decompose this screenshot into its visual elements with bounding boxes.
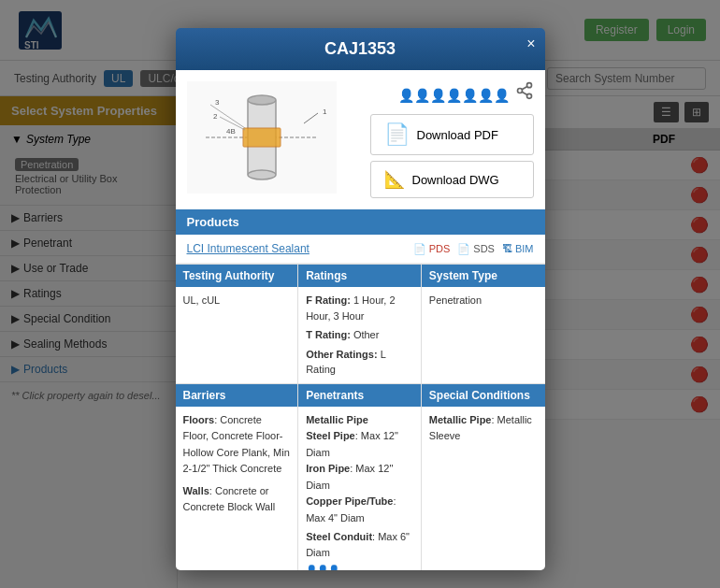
ratings-col: Ratings F Rating: 1 Hour, 2 Hour, 3 Hour… [298, 265, 422, 383]
svg-point-16 [517, 89, 522, 93]
svg-point-15 [526, 83, 531, 88]
sds-link[interactable]: 📄 SDS [457, 243, 495, 255]
modal-title: CAJ1353 [324, 39, 396, 58]
special-conditions-col: Special Conditions Metallic Pipe: Metall… [422, 384, 545, 571]
svg-text:1: 1 [323, 108, 327, 116]
floors-label: Floors [183, 414, 215, 425]
svg-text:2: 2 [213, 112, 218, 121]
system-type-col: System Type Penetration [422, 265, 545, 383]
modal-header: CAJ1353 × [176, 28, 545, 70]
special-conditions-col-header: Special Conditions [422, 384, 545, 407]
svg-line-19 [522, 86, 527, 89]
system-type-col-header: System Type [422, 265, 545, 287]
penetrants-col-header: Penetrants [298, 384, 421, 407]
ratings-col-header: Ratings [298, 265, 421, 287]
dwg-button-icon: 📐 [384, 169, 405, 190]
svg-text:3: 3 [215, 98, 220, 107]
lower-grid: Barriers Floors: Concrete Floor, Concret… [176, 383, 545, 571]
walls-label: Walls [183, 485, 209, 496]
svg-point-17 [526, 93, 531, 98]
barriers-col-body: Floors: Concrete Floor, Concrete Floor-H… [176, 407, 298, 523]
pdf-small-icon: 📄 [413, 243, 426, 255]
modal-overlay: CAJ1353 × 3 2 [0, 0, 720, 588]
testing-authority-col-header: Testing Authority [176, 265, 298, 287]
system-type-col-body: Penetration [422, 287, 545, 314]
f-rating-label: F Rating: [306, 294, 351, 306]
modal-close-button[interactable]: × [526, 36, 535, 52]
download-dwg-button[interactable]: 📐 Download DWG [370, 161, 534, 198]
share-button[interactable] [515, 81, 534, 105]
download-pdf-button[interactable]: 📄 Download PDF [370, 114, 534, 155]
download-dwg-label: Download DWG [412, 173, 499, 187]
other-ratings-label: Other Ratings: [306, 349, 377, 360]
svg-point-5 [248, 95, 276, 105]
pdf-button-icon: 📄 [384, 122, 410, 147]
steel-conduit-label: Steel Conduit [306, 531, 372, 542]
t-rating-value: Other [353, 329, 380, 340]
bim-icon: 🏗 [502, 243, 512, 254]
details-grid: Testing Authority UL, cUL Ratings F Rati… [176, 264, 545, 383]
modal-top: 3 2 4B 1 👤👤👤👤👤👤👤 [176, 70, 545, 209]
modal-actions: 👤👤👤👤👤👤👤 📄 Download PDF [346, 81, 534, 198]
metallic-pipe-sc-label: Metallic Pipe [429, 414, 492, 425]
iron-pipe-label: Iron Pipe [306, 463, 350, 474]
product-name[interactable]: LCI Intumescent Sealant [187, 242, 406, 255]
modal-dialog: CAJ1353 × 3 2 [176, 28, 545, 570]
barriers-col-header: Barriers [176, 384, 298, 407]
bim-link[interactable]: 🏗 BIM [502, 243, 534, 254]
testing-authority-col-body: UL, cUL [176, 287, 298, 314]
svg-rect-7 [243, 128, 281, 147]
ratings-col-body: F Rating: 1 Hour, 2 Hour, 3 Hour T Ratin… [298, 287, 421, 383]
special-conditions-col-body: Metallic Pipe: Metallic Sleeve [422, 407, 545, 451]
svg-text:4B: 4B [226, 127, 236, 136]
modal-products-header: Products [176, 209, 545, 235]
penetrants-col-body: Metallic Pipe Steel Pipe: Max 12" Diam I… [298, 407, 421, 571]
penetrants-col: Penetrants Metallic Pipe Steel Pipe: Max… [298, 384, 422, 571]
copper-pipe-label: Copper Pipe/Tube [306, 495, 393, 507]
people-icons: 👤👤👤👤👤👤👤 [398, 88, 510, 103]
product-row: LCI Intumescent Sealant 📄 PDS 📄 SDS 🏗 BI… [176, 235, 545, 264]
t-rating-label: T Rating: [306, 329, 351, 340]
download-pdf-label: Download PDF [417, 128, 498, 142]
barriers-col: Barriers Floors: Concrete Floor, Concret… [176, 384, 299, 571]
svg-line-18 [522, 92, 527, 94]
testing-authority-col: Testing Authority UL, cUL [176, 265, 299, 383]
metallic-pipe-label: Metallic Pipe [306, 414, 368, 425]
svg-point-6 [248, 170, 276, 179]
steel-pipe-label: Steel Pipe [306, 430, 355, 441]
sds-icon: 📄 [457, 243, 470, 255]
pds-link[interactable]: 📄 PDS [413, 243, 451, 255]
modal-diagram: 3 2 4B 1 [187, 81, 337, 196]
